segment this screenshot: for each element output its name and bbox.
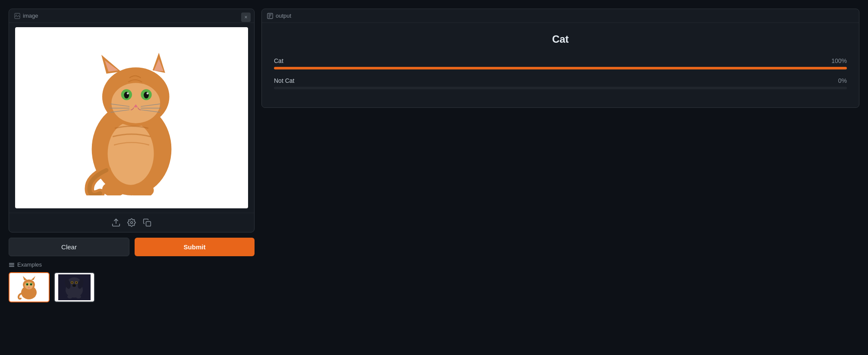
svg-point-42 [22, 294, 28, 298]
output-container: output Cat Cat 100% Not Cat 0% [261, 9, 859, 108]
output-header-label: output [267, 13, 854, 19]
prediction-pct-0: 100% [831, 57, 847, 64]
clear-button[interactable]: Clear [9, 238, 129, 256]
svg-point-51 [72, 282, 73, 283]
upload-icon[interactable] [111, 217, 121, 228]
example-dog-thumb[interactable] [54, 272, 95, 302]
prediction-pct-1: 0% [838, 77, 847, 84]
output-icon [267, 13, 273, 19]
right-panel: output Cat Cat 100% Not Cat 0% [261, 9, 859, 346]
svg-point-26 [131, 222, 133, 224]
svg-rect-30 [9, 266, 14, 267]
image-panel-header: image [9, 9, 254, 23]
output-content: Cat Cat 100% Not Cat 0% [262, 23, 859, 107]
example-dog-image [58, 274, 91, 300]
prediction-name-1: Not Cat [274, 77, 294, 84]
prediction-label-row-1: Not Cat 0% [274, 77, 847, 84]
examples-label: Examples [9, 261, 255, 268]
examples-icon [9, 262, 15, 268]
action-buttons: Clear Submit [9, 238, 255, 256]
output-title: Cat [274, 33, 847, 45]
image-toolbar [9, 213, 254, 232]
progress-bar-0 [274, 67, 847, 69]
svg-point-14 [127, 92, 129, 94]
svg-rect-28 [9, 263, 14, 264]
prediction-label-row-0: Cat 100% [274, 57, 847, 64]
svg-point-36 [25, 282, 33, 289]
image-container: image × [9, 9, 255, 232]
prediction-row-0: Cat 100% [274, 57, 847, 69]
svg-point-15 [147, 92, 149, 94]
svg-point-9 [111, 83, 160, 123]
svg-point-3 [108, 122, 154, 185]
svg-point-43 [30, 294, 35, 298]
svg-point-54 [67, 295, 72, 298]
output-panel-header: output [262, 9, 859, 23]
svg-point-55 [76, 295, 81, 298]
examples-text: Examples [17, 261, 42, 268]
svg-rect-27 [146, 222, 151, 226]
cat-image [63, 40, 201, 195]
progress-track-1 [274, 87, 847, 89]
prediction-row-1: Not Cat 0% [274, 77, 847, 89]
image-icon [14, 13, 20, 19]
prediction-name-0: Cat [274, 57, 283, 64]
settings-icon[interactable] [126, 217, 137, 228]
predictions-container: Cat 100% Not Cat 0% [274, 57, 847, 89]
copy-icon[interactable] [142, 217, 152, 228]
svg-rect-0 [15, 13, 20, 18]
examples-section: Examples [9, 261, 255, 302]
example-cat-thumb[interactable] [9, 272, 50, 302]
image-panel-label: image [23, 13, 38, 19]
close-button[interactable]: × [241, 13, 251, 22]
svg-point-39 [27, 284, 28, 286]
svg-point-52 [76, 282, 77, 283]
example-cat-image [13, 274, 45, 300]
svg-rect-29 [9, 264, 14, 265]
submit-button[interactable]: Submit [135, 238, 255, 256]
examples-grid [9, 272, 255, 302]
image-display-area [15, 27, 248, 208]
progress-track-0 [274, 67, 847, 69]
svg-point-53 [72, 284, 76, 287]
left-panel: image × [9, 9, 255, 346]
svg-point-40 [31, 284, 32, 286]
output-label: output [276, 13, 291, 19]
